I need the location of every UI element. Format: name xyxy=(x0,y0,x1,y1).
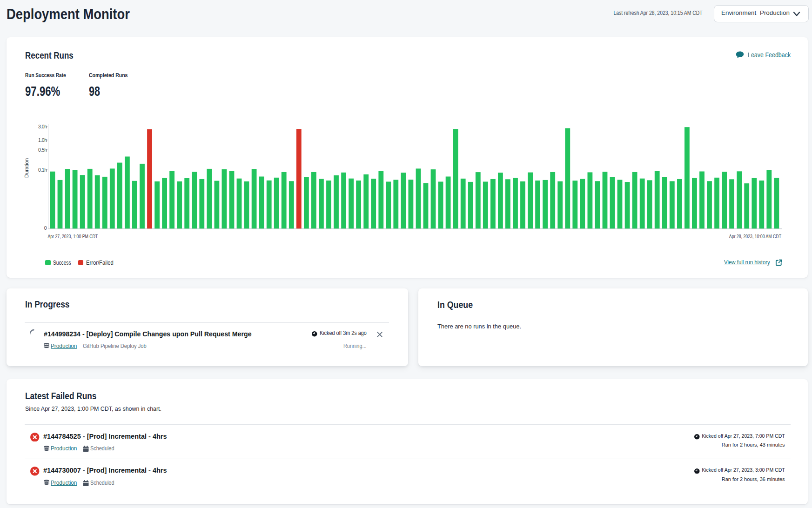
svg-text:Apr 27, 2023, 1:00 PM CDT: Apr 27, 2023, 1:00 PM CDT xyxy=(47,234,98,239)
svg-text:Apr 28, 2023, 10:00 AM CDT: Apr 28, 2023, 10:00 AM CDT xyxy=(729,234,781,239)
svg-text:1.0h: 1.0h xyxy=(38,138,47,143)
svg-text:0: 0 xyxy=(44,226,47,231)
svg-text:0.1h: 0.1h xyxy=(38,167,47,173)
svg-text:Duration: Duration xyxy=(24,158,29,178)
svg-text:3.0h: 3.0h xyxy=(38,124,47,129)
svg-text:0.5h: 0.5h xyxy=(38,147,47,153)
